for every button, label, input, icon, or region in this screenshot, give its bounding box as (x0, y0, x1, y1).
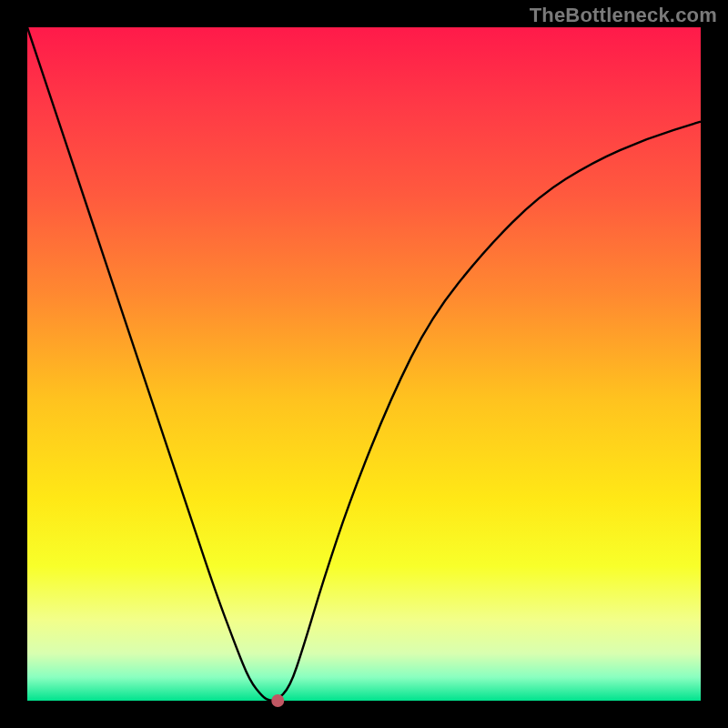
chart-frame: TheBottleneck.com (0, 0, 728, 728)
optimal-point-marker (271, 694, 284, 707)
watermark-text: TheBottleneck.com (530, 4, 717, 27)
plot-background (27, 27, 701, 701)
bottleneck-chart (0, 0, 728, 728)
